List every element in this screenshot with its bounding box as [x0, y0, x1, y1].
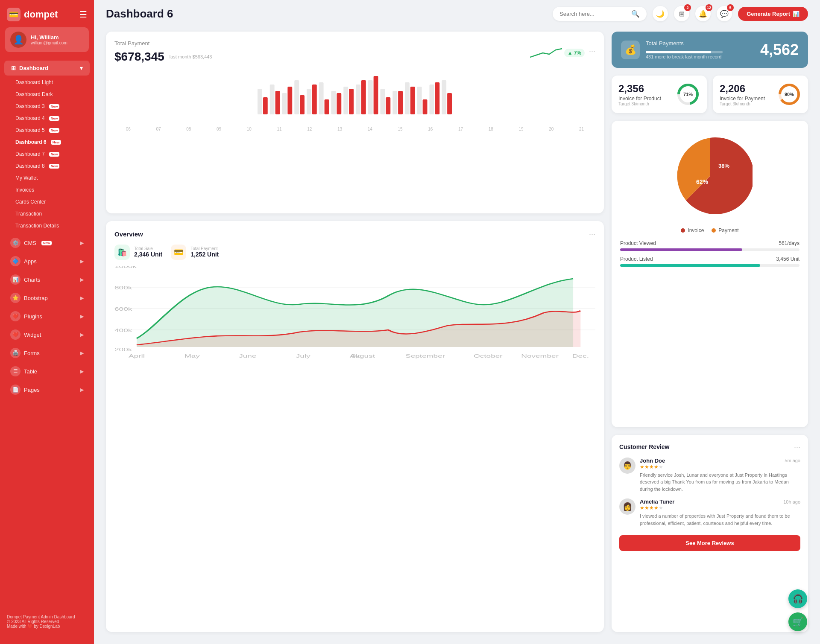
chevron-right-icon: ▶: [80, 369, 84, 374]
review-more-btn[interactable]: ···: [794, 443, 800, 452]
invoice-legend-label: Invoice: [688, 227, 704, 233]
svg-rect-16: [356, 85, 360, 114]
sidebar-item-dashboard-3[interactable]: Dashboard 3New: [0, 100, 94, 112]
svg-rect-23: [398, 91, 403, 114]
svg-text:Dec.: Dec.: [572, 353, 589, 358]
svg-rect-29: [435, 82, 439, 114]
payment-dot: [712, 228, 716, 233]
more-dots-btn[interactable]: ···: [589, 47, 595, 55]
viewed-bar-fill: [620, 248, 742, 251]
apps-btn[interactable]: ⊞ 2: [674, 6, 689, 21]
svg-text:800k: 800k: [114, 285, 132, 290]
bell-btn[interactable]: 🔔 12: [695, 6, 711, 21]
svg-text:1000k: 1000k: [114, 266, 137, 269]
listed-label: Product Listed: [620, 256, 653, 262]
svg-rect-22: [392, 91, 397, 114]
bell-badge: 12: [706, 4, 712, 11]
plugins-label: Plugins: [24, 313, 42, 320]
svg-rect-13: [337, 93, 341, 114]
svg-text:38%: 38%: [718, 163, 729, 169]
dashboard-subitems: Dashboard LightDashboard DarkDashboard 3…: [0, 76, 94, 232]
sidebar-item-widget[interactable]: ❤️ Widget ▶: [3, 326, 91, 344]
sidebar-item-charts[interactable]: 📊 Charts ▶: [3, 271, 91, 288]
dashboard-group-btn[interactable]: ⊞ Dashboard ▾: [4, 61, 90, 76]
logo[interactable]: 💳 dompet: [7, 8, 58, 21]
legend-invoice: Invoice: [681, 227, 704, 233]
sidebar-item-dashboard-light[interactable]: Dashboard Light: [0, 76, 94, 88]
svg-text:200k: 200k: [114, 347, 132, 352]
sidebar-item-dashboard-5[interactable]: Dashboard 5New: [0, 124, 94, 136]
sidebar-item-invoices[interactable]: Invoices: [0, 184, 94, 196]
bootstrap-icon: ⭐: [10, 293, 20, 303]
bar-label: 21: [568, 127, 595, 131]
theme-toggle-btn[interactable]: 🌙: [653, 6, 668, 21]
invoice-row: 2,356 Invoice for Product Target 3k/mont…: [612, 76, 808, 113]
footer-made-with: Made with ❤️ by DexignLab: [7, 624, 87, 629]
bar-label: 07: [145, 127, 173, 131]
sidebar-item-plugins[interactable]: ❤️ Plugins ▶: [3, 307, 91, 325]
pie-chart-svg: 62% 38%: [667, 134, 753, 219]
sale-icon: 🛍️: [114, 245, 130, 260]
svg-rect-5: [287, 87, 292, 114]
chevron-right-icon: ▶: [80, 387, 84, 393]
chevron-right-icon: ▶: [80, 259, 84, 264]
sidebar-item-pages[interactable]: 📄 Pages ▶: [3, 381, 91, 399]
svg-rect-30: [442, 80, 446, 114]
svg-rect-9: [312, 85, 317, 114]
hamburger-icon[interactable]: ☰: [79, 9, 87, 20]
progress-bar: [646, 51, 723, 53]
sidebar-item-table[interactable]: ☰ Table ▶: [3, 362, 91, 380]
sidebar-item-transaction-details[interactable]: Transaction Details: [0, 220, 94, 232]
sidebar-item-transaction[interactable]: Transaction: [0, 208, 94, 220]
message-btn[interactable]: 💬 5: [717, 6, 732, 21]
sidebar-item-dashboard-dark[interactable]: Dashboard Dark: [0, 88, 94, 100]
search-icon[interactable]: 🔍: [631, 10, 640, 18]
svg-rect-24: [405, 82, 410, 114]
total-payment-card: Total Payment $678,345 last month $563,4…: [106, 32, 604, 213]
see-more-reviews-button[interactable]: See More Reviews: [619, 535, 800, 551]
bar-label: 19: [507, 127, 535, 131]
generate-report-button[interactable]: Generate Report 📊: [738, 7, 808, 21]
bar-label: 17: [447, 127, 474, 131]
sidebar-item-cms[interactable]: ⚙️ CMS New ▶: [3, 234, 91, 252]
sidebar-item-dashboard-8[interactable]: Dashboard 8New: [0, 160, 94, 172]
sidebar-item-my-wallet[interactable]: My Wallet: [0, 172, 94, 184]
message-icon: 💬: [720, 10, 729, 18]
overview-more-btn[interactable]: ···: [589, 230, 595, 239]
bar-label: 08: [175, 127, 203, 131]
search-input[interactable]: [559, 11, 628, 17]
banner-sub: 431 more to break last month record: [646, 54, 723, 59]
search-box[interactable]: 🔍: [553, 7, 647, 21]
sidebar-item-dashboard-7[interactable]: Dashboard 7New: [0, 148, 94, 160]
product-listed-stat: Product Listed 3,456 Unit: [620, 256, 800, 267]
chevron-right-icon: ▶: [80, 350, 84, 356]
cms-label: CMS: [24, 240, 36, 246]
sidebar-item-cards-center[interactable]: Cards Center: [0, 196, 94, 208]
sidebar-item-bootstrap[interactable]: ⭐ Bootstrap ▶: [3, 289, 91, 307]
headset-float-btn[interactable]: 🎧: [788, 589, 807, 608]
invoice-payment-donut: 90%: [777, 82, 801, 106]
footer-title: Dompet Payment Admin Dashboard: [7, 615, 87, 619]
cart-float-btn[interactable]: 🛒: [788, 612, 807, 631]
review-item-1: 👨 John Doe 5m ago ★★★★★ Friendly service…: [619, 458, 800, 493]
invoice-payment-label: Invoice for Payment: [720, 96, 765, 102]
right-column: 💰 Total Payments 431 more to break last …: [612, 32, 808, 427]
legend-payment: Payment: [712, 227, 738, 233]
charts-label: Charts: [24, 277, 40, 283]
sidebar-item-forms[interactable]: 🖨️ Forms ▶: [3, 344, 91, 362]
svg-rect-25: [410, 87, 415, 114]
review-header: Customer Review ···: [619, 443, 800, 452]
nav-items: ⚙️ CMS New ▶ 🔷 Apps ▶ 📊 Charts ▶ ⭐ Boots…: [0, 233, 94, 399]
sidebar-item-dashboard-6[interactable]: Dashboard 6New: [0, 136, 94, 148]
sidebar-item-dashboard-4[interactable]: Dashboard 4New: [0, 112, 94, 124]
user-card[interactable]: 👤 Hi, William william@gmail.com: [5, 27, 89, 52]
svg-rect-28: [430, 85, 434, 114]
svg-rect-12: [331, 91, 336, 114]
svg-text:June: June: [239, 353, 256, 358]
invoice-product-number: 2,356: [618, 83, 661, 95]
svg-rect-2: [270, 85, 275, 114]
review-text-2: I viewed a number of properties with Jus…: [640, 513, 800, 527]
svg-rect-18: [368, 80, 373, 114]
sidebar-item-apps[interactable]: 🔷 Apps ▶: [3, 252, 91, 270]
topbar-right: 🔍 🌙 ⊞ 2 🔔 12 💬 5 Generate Report 📊: [553, 6, 808, 21]
